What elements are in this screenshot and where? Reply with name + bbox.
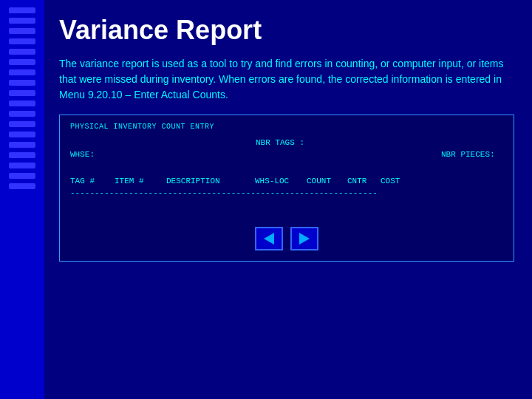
description-text: The variance report is used as a tool to… [59,56,514,103]
left-bar-stripe [9,7,35,13]
col-item-header: ITEM # [115,177,166,185]
next-button[interactable] [290,227,318,250]
svg-marker-1 [299,233,310,245]
next-icon [299,233,310,245]
left-bar-stripe [9,111,35,117]
left-bar-stripe [9,69,35,75]
col-cost-header: COST [381,177,417,185]
left-bar-stripe [9,49,35,55]
left-bar-stripe [9,100,35,106]
col-tag-header: TAG # [70,177,115,185]
col-desc-header: DESCRIPTION [166,177,255,185]
nbr-pieces-label: NBR PIECES: [441,150,500,159]
svg-marker-0 [264,233,274,245]
whse-nbr-pieces-row: WHSE: NBR PIECES: [70,150,503,159]
left-bar-stripe [9,183,35,189]
form-panel: PHYSICAL INVENTORY COUNT ENTRY NBR TAGS … [59,115,514,262]
left-bar [0,0,44,399]
left-bar-stripe [9,142,35,148]
left-bar-stripe [9,121,35,127]
panel-title: PHYSICAL INVENTORY COUNT ENTRY [70,123,503,131]
left-bar-stripe [9,80,35,86]
col-whsloc-header: WHS-LOC [255,177,307,185]
page-title: Variance Report [59,15,514,46]
left-bar-stripe [9,152,35,158]
col-count-header: COUNT [307,177,347,185]
left-bar-stripe [9,59,35,65]
prev-button[interactable] [255,227,283,250]
col-cntr-header: CNTR [347,177,381,185]
nbr-tags-row: NBR TAGS : [70,138,503,147]
prev-icon [264,233,274,245]
left-bar-stripe [9,90,35,96]
nbr-tags-label: NBR TAGS : [256,138,315,147]
left-bar-stripe [9,132,35,137]
table-divider: ----------------------------------------… [70,188,503,197]
main-content: Variance Report The variance report is u… [44,0,532,399]
nav-buttons [70,227,503,250]
left-bar-stripe [9,28,35,34]
left-bar-stripe [9,18,35,24]
table-header: TAG # ITEM # DESCRIPTION WHS-LOC COUNT C… [70,177,503,185]
whse-label: WHSE: [70,150,129,159]
left-bar-stripe [9,163,35,168]
left-bar-stripe [9,38,35,44]
left-bar-stripe [9,173,35,179]
